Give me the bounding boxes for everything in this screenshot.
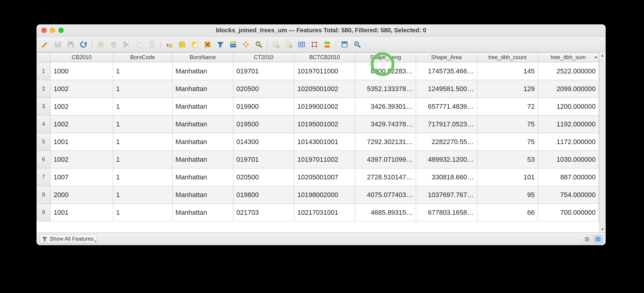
row-number[interactable]: 1	[37, 62, 51, 80]
table-scroll[interactable]: CB2010BoroCodeBoroNameCT2010BCTCB2010Sha…	[37, 52, 599, 232]
cell-tree_dbh_sum[interactable]: 2522.000000	[538, 62, 599, 80]
cell-BoroCode[interactable]: 1	[113, 186, 172, 204]
cell-tree_dbh_sum[interactable]: 1192.000000	[538, 115, 599, 133]
cell-BoroCode[interactable]: 1	[113, 62, 172, 80]
table-view-button[interactable]	[593, 235, 603, 243]
row-number[interactable]: 3	[37, 98, 51, 115]
cell-CT2010[interactable]: 020500	[233, 168, 294, 186]
table-row[interactable]: 310021Manhattan019900101990010023426.393…	[37, 98, 599, 115]
cell-Shape_Leng[interactable]: 4685.89315…	[355, 204, 416, 221]
cell-BoroName[interactable]: Manhattan	[172, 151, 233, 168]
table-row[interactable]: 110001Manhattan019701101970110008800.522…	[37, 62, 599, 80]
invert-selection-button[interactable]	[189, 38, 201, 51]
cell-CT2010[interactable]: 020500	[233, 80, 294, 98]
organize-columns-button[interactable]	[296, 38, 308, 51]
cell-BCTCB2010[interactable]: 10197011002	[294, 151, 355, 168]
table-row[interactable]: 820001Manhattan019800101980020004075.077…	[37, 186, 599, 204]
scroll-down-icon[interactable]: ▼	[599, 226, 606, 232]
cell-BoroName[interactable]: Manhattan	[172, 98, 233, 115]
pencil-button[interactable]	[39, 38, 51, 51]
pan-to-selected-button[interactable]	[240, 38, 252, 51]
table-row[interactable]: 910011Manhattan021703102170310014685.893…	[37, 204, 599, 221]
cell-tree_dbh_sum[interactable]: 1030.000000	[538, 151, 599, 168]
move-selection-top-button[interactable]	[227, 38, 239, 51]
table-row[interactable]: 510011Manhattan014300101430010017292.302…	[37, 133, 599, 151]
form-view-button[interactable]	[583, 235, 592, 243]
cell-CB2010[interactable]: 1002	[51, 80, 113, 98]
cell-tree_dbh_sum[interactable]: 1200.000000	[538, 98, 599, 115]
cell-Shape_Area[interactable]: 677803.1658…	[416, 204, 477, 221]
cell-Shape_Area[interactable]: 657771.4839…	[416, 98, 477, 115]
column-header-CB2010[interactable]: CB2010	[51, 53, 113, 62]
deselect-all-button[interactable]	[201, 38, 214, 51]
cell-tree_dbh_sum[interactable]: 754.000000	[538, 186, 599, 204]
cell-BoroName[interactable]: Manhattan	[172, 62, 233, 80]
column-header-BCTCB2010[interactable]: BCTCB2010	[294, 53, 355, 62]
cell-Shape_Area[interactable]: 1745735.466…	[416, 62, 477, 80]
cell-BoroCode[interactable]: 1	[113, 168, 172, 186]
cell-tree_dbh_sum[interactable]: 887.000000	[538, 168, 599, 186]
cell-tree_dbh_count[interactable]: 129	[477, 80, 538, 98]
cell-CT2010[interactable]: 019701	[233, 151, 294, 168]
row-number[interactable]: 9	[37, 204, 51, 221]
conditional-format-button[interactable]	[321, 38, 333, 51]
select-expression-button[interactable]: ε	[163, 38, 175, 51]
cell-BoroCode[interactable]: 1	[113, 133, 172, 151]
table-row[interactable]: 210021Manhattan020500102050010025352.133…	[37, 80, 599, 98]
cell-BoroName[interactable]: Manhattan	[172, 168, 233, 186]
row-number-header[interactable]	[37, 53, 51, 62]
cell-CT2010[interactable]: 019500	[233, 115, 294, 133]
close-icon[interactable]	[41, 28, 47, 33]
cell-tree_dbh_count[interactable]: 95	[477, 186, 538, 204]
select-all-button[interactable]	[176, 38, 188, 51]
cell-CB2010[interactable]: 1001	[51, 133, 113, 151]
filter-features-button[interactable]: Show All Features ▾	[40, 235, 97, 243]
cell-Shape_Area[interactable]: 1249581.500…	[416, 80, 477, 98]
cell-BoroName[interactable]: Manhattan	[172, 133, 233, 151]
cell-BoroCode[interactable]: 1	[113, 204, 172, 221]
actions-button[interactable]	[338, 38, 351, 51]
cell-CB2010[interactable]: 2000	[51, 186, 113, 204]
cell-CT2010[interactable]: 019800	[233, 186, 294, 204]
cell-tree_dbh_count[interactable]: 145	[477, 62, 538, 80]
cell-BoroName[interactable]: Manhattan	[172, 204, 233, 221]
cell-BCTCB2010[interactable]: 10205001002	[294, 80, 355, 98]
cell-CB2010[interactable]: 1002	[51, 98, 113, 115]
cell-BoroName[interactable]: Manhattan	[172, 186, 233, 204]
table-row[interactable]: 410021Manhattan019500101950010023429.743…	[37, 115, 599, 133]
column-header-Shape_Area[interactable]: Shape_Area	[416, 53, 477, 62]
column-header-BoroCode[interactable]: BoroCode	[113, 53, 172, 62]
cell-BoroCode[interactable]: 1	[113, 151, 172, 168]
cell-Shape_Leng[interactable]: 5352.133378…	[355, 80, 416, 98]
vertical-scrollbar[interactable]: ▲ ▼	[599, 52, 606, 232]
cell-tree_dbh_count[interactable]: 75	[477, 115, 538, 133]
cell-tree_dbh_count[interactable]: 53	[477, 151, 538, 168]
cell-BoroCode[interactable]: 1	[113, 80, 172, 98]
cell-CT2010[interactable]: 021703	[233, 204, 294, 221]
column-header-tree_dbh_count[interactable]: tree_dbh_count	[477, 53, 538, 62]
cell-BCTCB2010[interactable]: 10217031001	[294, 204, 355, 221]
cell-CB2010[interactable]: 1000	[51, 62, 113, 80]
row-number[interactable]: 6	[37, 151, 51, 168]
table-row[interactable]: 610021Manhattan019701101970110024397.071…	[37, 151, 599, 168]
minimize-icon[interactable]	[50, 28, 55, 33]
cell-BCTCB2010[interactable]: 10197011000	[294, 62, 355, 80]
cell-BCTCB2010[interactable]: 10205001007	[294, 168, 355, 186]
cell-Shape_Area[interactable]: 489932.1200…	[416, 151, 477, 168]
cell-CT2010[interactable]: 014300	[233, 133, 294, 151]
cell-tree_dbh_count[interactable]: 72	[477, 98, 538, 115]
cell-CT2010[interactable]: 019701	[233, 62, 294, 80]
row-number[interactable]: 4	[37, 115, 51, 133]
zoom-to-selected-button[interactable]	[253, 38, 265, 51]
cell-BoroName[interactable]: Manhattan	[172, 115, 233, 133]
cell-tree_dbh_count[interactable]: 101	[477, 168, 538, 186]
column-header-BoroName[interactable]: BoroName	[172, 53, 233, 62]
cell-BoroCode[interactable]: 1	[113, 115, 172, 133]
table-row[interactable]: 710071Manhattan020500102050010072728.510…	[37, 168, 599, 186]
cell-Shape_Leng[interactable]: 7292.302131…	[355, 133, 416, 151]
cell-BCTCB2010[interactable]: 10195001002	[294, 115, 355, 133]
row-number[interactable]: 8	[37, 186, 51, 204]
cell-Shape_Area[interactable]: 2282270.55…	[416, 133, 477, 151]
cell-Shape_Leng[interactable]: 2728.510147…	[355, 168, 416, 186]
refresh-button[interactable]	[77, 38, 89, 51]
